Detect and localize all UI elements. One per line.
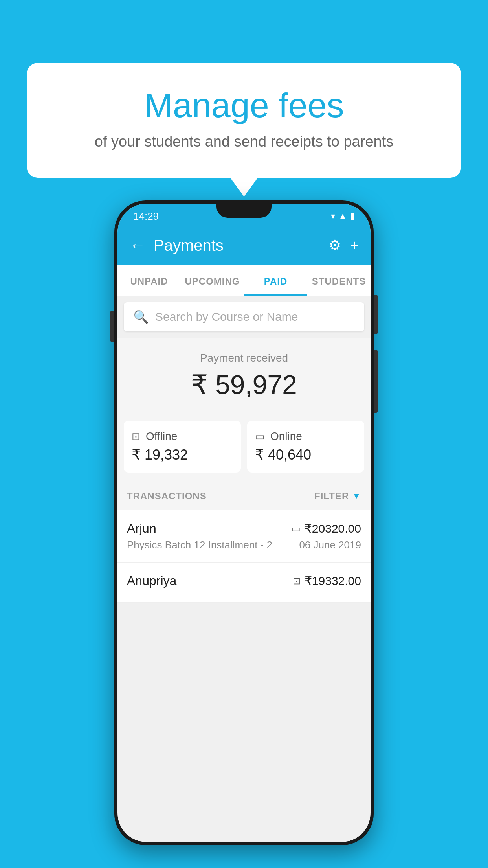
online-card: ▭ Online ₹ 40,640: [247, 421, 364, 473]
add-button[interactable]: +: [350, 237, 359, 254]
payment-cards: ⊡ Offline ₹ 19,332 ▭ Online ₹ 40,640: [117, 421, 371, 482]
filter-button[interactable]: FILTER ▼: [314, 491, 361, 502]
offline-card-amount: ₹ 19,332: [132, 447, 233, 463]
app-bar-actions: ⚙ +: [328, 237, 359, 254]
bubble-title: Manage fees: [58, 86, 430, 125]
transaction-amount: ₹20320.00: [305, 522, 361, 535]
payment-received-amount: ₹ 59,972: [127, 369, 361, 400]
online-card-header: ▭ Online: [255, 430, 356, 443]
payment-received-label: Payment received: [127, 352, 361, 364]
offline-icon: ⊡: [132, 430, 140, 443]
online-card-label: Online: [270, 430, 302, 443]
phone-side-button-right-1: [374, 295, 378, 334]
app-bar-title: Payments: [154, 237, 321, 254]
transaction-row-top: Arjun ▭ ₹20320.00: [127, 521, 361, 536]
tabs-bar: UNPAID UPCOMING PAID STUDENTS: [117, 265, 371, 296]
offline-card-label: Offline: [146, 430, 177, 443]
card-payment-icon: ▭: [292, 523, 301, 534]
wifi-icon: ▾: [331, 211, 335, 221]
phone-mockup: 14:29 ▾ ▲ ▮ ← Payments ⚙ + UNPAID UPCOMI…: [114, 200, 374, 845]
phone-screen: 14:29 ▾ ▲ ▮ ← Payments ⚙ + UNPAID UPCOMI…: [117, 204, 371, 842]
online-card-amount: ₹ 40,640: [255, 447, 356, 463]
transaction-amount: ₹19332.00: [305, 574, 361, 588]
search-bar[interactable]: 🔍 Search by Course or Name: [124, 302, 364, 331]
phone-side-button-left: [110, 311, 114, 342]
speech-bubble-section: Manage fees of your students and send re…: [27, 63, 461, 178]
filter-text: FILTER: [314, 491, 349, 502]
tab-upcoming[interactable]: UPCOMING: [181, 265, 244, 296]
status-icons: ▾ ▲ ▮: [331, 211, 355, 221]
payment-received-section: Payment received ₹ 59,972: [117, 338, 371, 421]
tab-paid[interactable]: PAID: [244, 265, 307, 296]
transaction-date: 06 June 2019: [299, 539, 361, 551]
status-time: 14:29: [133, 210, 159, 223]
offline-card-header: ⊡ Offline: [132, 430, 233, 443]
tab-students[interactable]: STUDENTS: [307, 265, 371, 296]
back-button[interactable]: ←: [129, 236, 146, 255]
transaction-amount-col: ▭ ₹20320.00: [292, 522, 361, 535]
speech-bubble: Manage fees of your students and send re…: [27, 63, 461, 178]
search-placeholder: Search by Course or Name: [155, 310, 298, 324]
transactions-header: TRANSACTIONS FILTER ▼: [117, 482, 371, 510]
transaction-name: Arjun: [127, 521, 156, 536]
battery-icon: ▮: [350, 211, 355, 221]
online-icon: ▭: [255, 430, 265, 443]
transactions-label: TRANSACTIONS: [127, 491, 207, 502]
cash-payment-icon: ⊡: [293, 576, 301, 587]
phone-notch: [216, 204, 272, 218]
phone-side-button-right-2: [374, 350, 378, 413]
transaction-name: Anupriya: [127, 574, 176, 588]
transaction-row-top: Anupriya ⊡ ₹19332.00: [127, 574, 361, 588]
offline-card: ⊡ Offline ₹ 19,332: [124, 421, 241, 473]
bubble-subtitle: of your students and send receipts to pa…: [58, 133, 430, 150]
transaction-row: Anupriya ⊡ ₹19332.00: [117, 563, 371, 603]
transaction-row: Arjun ▭ ₹20320.00 Physics Batch 12 Insta…: [117, 510, 371, 563]
transaction-amount-col: ⊡ ₹19332.00: [293, 574, 361, 588]
search-icon: 🔍: [133, 309, 149, 324]
transaction-row-bottom: Physics Batch 12 Installment - 2 06 June…: [127, 539, 361, 551]
signal-icon: ▲: [338, 211, 347, 221]
app-bar: ← Payments ⚙ +: [117, 226, 371, 265]
transaction-description: Physics Batch 12 Installment - 2: [127, 539, 272, 551]
filter-icon: ▼: [352, 491, 361, 501]
settings-button[interactable]: ⚙: [328, 237, 341, 254]
tab-unpaid[interactable]: UNPAID: [117, 265, 181, 296]
